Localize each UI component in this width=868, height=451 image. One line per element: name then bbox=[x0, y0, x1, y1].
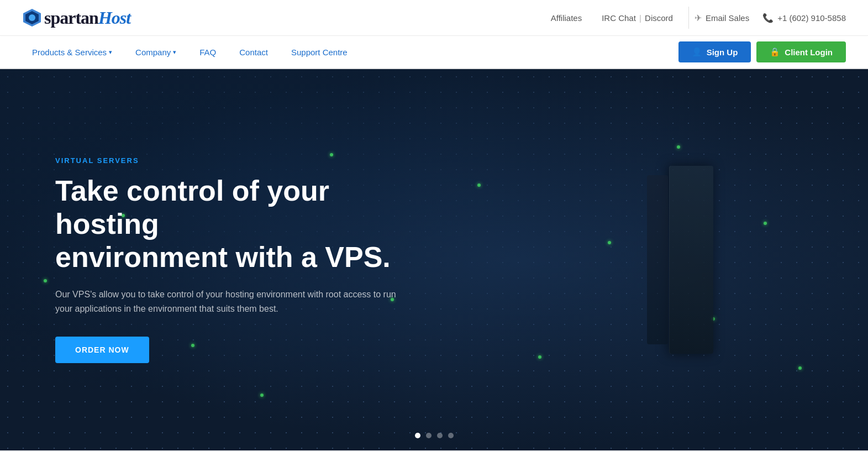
server-tower bbox=[669, 166, 713, 354]
products-services-label: Products & Services bbox=[32, 48, 107, 57]
nav-contact[interactable]: Contact bbox=[229, 43, 278, 61]
affiliates-link[interactable]: Affiliates bbox=[541, 13, 592, 23]
client-login-button[interactable]: 🔒 Client Login bbox=[756, 41, 846, 62]
signup-button[interactable]: 👤 Sign Up bbox=[678, 41, 751, 62]
top-bar: spartanHost Affiliates IRC Chat | Discor… bbox=[0, 0, 868, 36]
irc-label: IRC Chat bbox=[602, 13, 636, 23]
email-icon: ✈ bbox=[695, 13, 702, 23]
hero-description: Our VPS's allow you to take control of y… bbox=[55, 287, 414, 317]
signup-user-icon: 👤 bbox=[692, 47, 702, 57]
discord-label: Discord bbox=[645, 13, 673, 23]
products-chevron-icon: ▾ bbox=[109, 49, 112, 56]
phone-number: +1 (602) 910-5858 bbox=[777, 13, 846, 23]
phone-link[interactable]: 📞 +1 (602) 910-5858 bbox=[762, 13, 846, 23]
nav-support[interactable]: Support Centre bbox=[281, 43, 357, 61]
hero-title: Take control of your hostingenvironment … bbox=[55, 175, 414, 274]
nav-bar: Products & Services ▾ Company ▾ FAQ Cont… bbox=[0, 36, 868, 69]
contact-label: Contact bbox=[239, 48, 268, 57]
phone-icon: 📞 bbox=[762, 13, 774, 23]
email-sales-link[interactable]: ✈ Email Sales bbox=[695, 13, 749, 23]
top-separator bbox=[688, 7, 689, 29]
top-links: Affiliates IRC Chat | Discord bbox=[541, 13, 683, 23]
carousel-dot-1[interactable] bbox=[415, 433, 420, 438]
svg-point-2 bbox=[29, 14, 35, 21]
nav-faq[interactable]: FAQ bbox=[190, 43, 226, 61]
hero-section: VIRTUAL SERVERS Take control of your hos… bbox=[0, 69, 868, 450]
company-label: Company bbox=[135, 48, 171, 57]
login-lock-icon: 🔒 bbox=[770, 47, 780, 57]
hero-subtitle: VIRTUAL SERVERS bbox=[55, 156, 414, 165]
nav-company[interactable]: Company ▾ bbox=[125, 43, 186, 61]
carousel-dot-4[interactable] bbox=[448, 433, 454, 438]
hero-content: VIRTUAL SERVERS Take control of your hos… bbox=[0, 156, 470, 363]
company-chevron-icon: ▾ bbox=[173, 49, 176, 56]
top-nav-area: Affiliates IRC Chat | Discord ✈ Email Sa… bbox=[541, 7, 846, 29]
nav-buttons: 👤 Sign Up 🔒 Client Login bbox=[678, 41, 846, 62]
login-label: Client Login bbox=[785, 48, 833, 57]
logo-spartan-text: spartan bbox=[44, 8, 98, 28]
carousel-dot-2[interactable] bbox=[426, 433, 432, 438]
email-label: Email Sales bbox=[706, 13, 749, 23]
signup-label: Sign Up bbox=[707, 48, 738, 57]
pipe-separator: | bbox=[637, 13, 644, 23]
logo-host-text: Host bbox=[98, 8, 130, 28]
carousel-dots bbox=[415, 433, 454, 438]
carousel-dot-3[interactable] bbox=[437, 433, 443, 438]
faq-label: FAQ bbox=[199, 48, 216, 57]
logo-icon bbox=[22, 8, 42, 28]
irc-chat-link[interactable]: IRC Chat | Discord bbox=[592, 13, 683, 23]
logo[interactable]: spartanHost bbox=[22, 8, 130, 28]
order-now-button[interactable]: ORDER NOW bbox=[55, 337, 149, 363]
support-label: Support Centre bbox=[291, 48, 348, 57]
nav-links: Products & Services ▾ Company ▾ FAQ Cont… bbox=[22, 43, 357, 61]
nav-products-services[interactable]: Products & Services ▾ bbox=[22, 43, 122, 61]
top-contact: ✈ Email Sales 📞 +1 (602) 910-5858 bbox=[695, 13, 846, 23]
